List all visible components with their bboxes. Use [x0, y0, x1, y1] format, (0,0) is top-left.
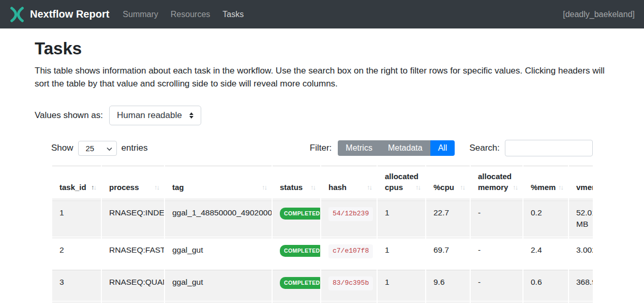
cell-task_id: 3: [52, 270, 101, 301]
navbar-brand[interactable]: Nextflow Report: [9, 7, 109, 22]
main-content: Tasks This table shows information about…: [0, 28, 644, 306]
column-label: status: [280, 183, 303, 192]
column-header-pmem[interactable]: %mem↑↓: [523, 166, 568, 199]
filter-button-group: Metrics Metadata All: [338, 140, 455, 156]
status-badge: COMPLETED: [280, 208, 320, 220]
values-shown-value: Human readable: [117, 110, 182, 121]
brand-title: Nextflow Report: [30, 8, 109, 20]
cell-tag: ggal_gut: [165, 238, 272, 269]
cell-hash: c7/e107f8: [321, 238, 377, 269]
table-row: 4MULTIQC-COMPLETED94/c235e1142.8-1.4571.…: [52, 302, 593, 306]
show-label: Show: [51, 143, 73, 153]
column-header-tag[interactable]: tag↑↓: [165, 166, 272, 199]
cell-status: COMPLETED: [273, 270, 320, 301]
table-row: 1RNASEQ:INDEXggal_1_48850000_49020000COM…: [52, 200, 593, 237]
status-badge: COMPLETED: [280, 277, 320, 289]
column-header-hash[interactable]: hash↑↓: [321, 166, 377, 199]
top-navbar: Nextflow Report Summary Resources Tasks …: [0, 0, 644, 28]
cell-pmem: 0.2: [523, 200, 568, 237]
filter-button-metadata[interactable]: Metadata: [380, 140, 430, 156]
cell-process: RNASEQ:INDEX: [102, 200, 164, 237]
sort-icon: ↑↓: [91, 183, 96, 192]
filter-button-metrics[interactable]: Metrics: [338, 140, 380, 156]
task-hash[interactable]: 83/9c395b: [328, 276, 373, 290]
table-row: 2RNASEQ:FASTQCggal_gutCOMPLETEDc7/e107f8…: [52, 238, 593, 269]
column-label: task_id: [59, 183, 86, 192]
filter-search-cluster: Filter: Metrics Metadata All Search:: [310, 140, 593, 156]
cell-pcpu: 22.7: [426, 200, 470, 237]
cell-allocated_memory: -: [471, 302, 522, 306]
cell-vmem: 368.9 MB: [569, 270, 593, 301]
column-label: allocated memory: [478, 172, 512, 191]
entries-label: entries: [122, 143, 148, 153]
cell-tag: ggal_gut: [165, 270, 272, 301]
cell-vmem: 52.016 MB: [569, 200, 593, 237]
cell-vmem: 3.002: [569, 238, 593, 269]
nav-link-tasks[interactable]: Tasks: [216, 6, 250, 23]
column-label: hash: [328, 183, 347, 192]
task-hash[interactable]: 54/12b239: [328, 207, 373, 221]
cell-pcpu: 9.6: [426, 270, 470, 301]
cell-allocated_cpus: 1: [378, 302, 425, 306]
nextflow-logo-icon: [9, 7, 25, 22]
sort-icon: ↑↓: [558, 183, 563, 192]
entries-select[interactable]: 25: [78, 141, 117, 156]
chevron-down-icon: [107, 144, 112, 153]
table-head: task_id↑↓process↑↓tag↑↓status↑↓hash↑↓all…: [52, 166, 593, 199]
table-body: 1RNASEQ:INDEXggal_1_48850000_49020000COM…: [52, 200, 593, 306]
cell-pmem: 0.6: [523, 270, 568, 301]
column-header-task_id[interactable]: task_id↑↓: [52, 166, 101, 199]
column-header-status[interactable]: status↑↓: [273, 166, 320, 199]
cell-process: MULTIQC: [102, 302, 164, 306]
cell-allocated_cpus: 1: [378, 200, 425, 237]
column-header-pcpu[interactable]: %cpu↑↓: [426, 166, 470, 199]
sort-icon: ↑↓: [262, 183, 266, 192]
column-header-vmem[interactable]: vmem↑↓: [569, 166, 593, 199]
sort-icon: ↑↓: [154, 183, 159, 192]
column-header-allocated_cpus[interactable]: allocated cpus↑↓: [378, 166, 425, 199]
values-shown-select[interactable]: Human readable: [109, 106, 201, 125]
cell-status: COMPLETED: [273, 200, 320, 237]
tasks-table: task_id↑↓process↑↓tag↑↓status↑↓hash↑↓all…: [51, 165, 593, 306]
sort-icon: ↑↓: [310, 183, 315, 192]
cell-hash: 83/9c395b: [321, 270, 377, 301]
nav-link-resources[interactable]: Resources: [164, 6, 216, 23]
search-input[interactable]: [505, 140, 593, 156]
cell-allocated_cpus: 1: [378, 270, 425, 301]
column-header-allocated_memory[interactable]: allocated memory↑↓: [471, 166, 522, 199]
cell-pmem: 2.4: [523, 238, 568, 269]
page-title: Tasks: [35, 39, 609, 59]
page-description: This table shows information about each …: [35, 65, 606, 90]
column-label: process: [109, 183, 139, 192]
table-scroll-body[interactable]: task_id↑↓process↑↓tag↑↓status↑↓hash↑↓all…: [51, 165, 593, 306]
cell-process: RNASEQ:QUANT: [102, 270, 164, 301]
datatable-wrapper: Show 25 entries Filter: Metrics Metadata…: [51, 140, 593, 306]
column-label: %mem: [531, 183, 556, 192]
session-name: [deadly_baekeland]: [563, 10, 635, 19]
column-label: vmem: [576, 183, 593, 192]
search-label: Search:: [469, 143, 500, 153]
values-shown-row: Values shown as: Human readable: [35, 106, 609, 125]
values-shown-label: Values shown as:: [35, 110, 103, 121]
sort-icon: ↑↓: [460, 183, 465, 192]
entries-value: 25: [86, 144, 95, 153]
cell-allocated_memory: -: [471, 270, 522, 301]
filter-label: Filter:: [310, 143, 332, 153]
navbar-links: Summary Resources Tasks: [116, 6, 250, 23]
column-header-process[interactable]: process↑↓: [102, 166, 164, 199]
datatable-controls: Show 25 entries Filter: Metrics Metadata…: [51, 140, 593, 156]
filter-button-all[interactable]: All: [430, 140, 455, 156]
column-label: allocated cpus: [385, 172, 418, 191]
nav-link-summary[interactable]: Summary: [116, 6, 164, 23]
cell-hash: 94/c235e1: [321, 302, 377, 306]
cell-status: COMPLETED: [273, 238, 320, 269]
column-label: tag: [172, 183, 184, 192]
task-hash[interactable]: c7/e107f8: [328, 244, 373, 258]
cell-allocated_memory: -: [471, 200, 522, 237]
sort-icon: ↑↓: [367, 183, 371, 192]
select-updown-icon: [189, 112, 193, 119]
cell-pcpu: 42.8: [426, 302, 470, 306]
cell-vmem: 571.58 MB: [569, 302, 593, 306]
cell-task_id: 2: [52, 238, 101, 269]
cell-task_id: 1: [52, 200, 101, 237]
